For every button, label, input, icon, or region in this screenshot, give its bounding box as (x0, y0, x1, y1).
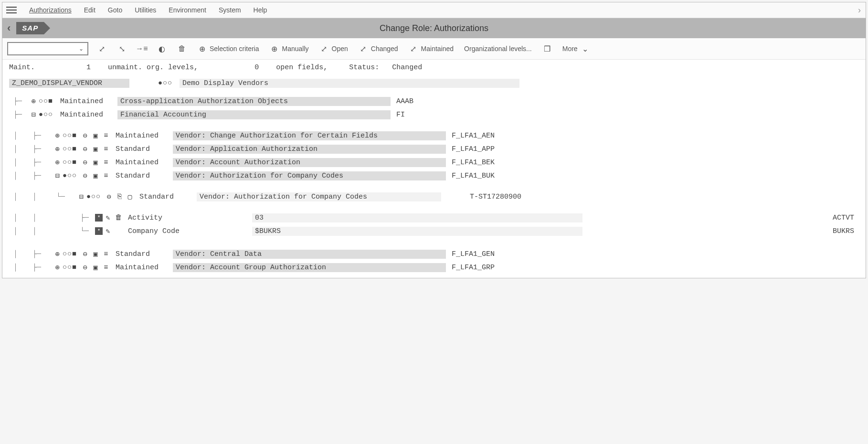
list-icon[interactable]: ≡ (101, 264, 111, 272)
object-status: Standard (116, 145, 173, 153)
deactivate-icon[interactable]: ⊖ (80, 145, 90, 154)
doc-icon[interactable]: ▣ (90, 158, 101, 167)
sap-logo: SAP (16, 22, 44, 34)
pencil-icon[interactable]: ✎ (103, 213, 113, 222)
object-tech-name: F_LFA1_GRP (452, 264, 495, 272)
auth-object-row[interactable]: │ ├─⊕○○■⊖▣≡ MaintainedVendor: Account Au… (9, 156, 859, 169)
traffic-light-icon: ○○■ (63, 145, 80, 153)
auth-object-row[interactable]: │ ├─⊕○○■⊖▣≡ MaintainedVendor: Account Gr… (9, 261, 859, 274)
list-icon[interactable]: ≡ (101, 132, 111, 140)
folder-icon[interactable]: ⊕ (52, 263, 63, 272)
doc-icon[interactable]: ▣ (90, 250, 101, 259)
selection-criteria-button[interactable]: ⊕ Selection criteria (195, 43, 261, 54)
chevron-right-icon[interactable]: › (858, 5, 861, 15)
legend-button[interactable]: ◐ (155, 43, 169, 54)
list-icon[interactable]: ≡ (101, 250, 111, 258)
delete-button[interactable]: 🗑 (175, 43, 189, 54)
where-used-icon[interactable]: ▢ (125, 192, 135, 201)
auth-description: Vendor: Authorization for Company Codes (197, 192, 441, 201)
expand-icon: ⤢ (97, 44, 106, 53)
folder-icon[interactable]: ⊕ (52, 250, 63, 259)
folder-icon[interactable]: ⊟ (28, 110, 39, 119)
org-levels-label: Organizational levels... (464, 45, 532, 53)
menu-item-authorizations[interactable]: Authorizations (25, 4, 75, 16)
folder-open-icon[interactable]: ⊟ (76, 192, 86, 201)
deactivate-icon[interactable]: ⊖ (80, 250, 90, 259)
menu-item-utilities[interactable]: Utilities (131, 4, 160, 16)
deactivate-icon[interactable]: ⊖ (80, 171, 90, 180)
deactivate-icon[interactable]: ⊖ (80, 131, 90, 140)
class-description: Financial Accounting (117, 110, 391, 119)
deactivate-icon[interactable]: ⊖ (80, 158, 90, 167)
menu-item-goto[interactable]: Goto (104, 4, 126, 16)
traffic-light-icon: ○○■ (39, 97, 56, 106)
doc-icon[interactable]: ▣ (90, 171, 101, 180)
traffic-light-icon: ○○■ (63, 264, 80, 272)
collapse-subtree-button[interactable]: ⤡ (115, 43, 128, 54)
class-row[interactable]: ├─⊟●○○ MaintainedFinancial AccountingFI (9, 108, 859, 121)
org-levels-button[interactable]: Organizational levels... (462, 44, 534, 53)
manually-button[interactable]: ⊕ Manually (268, 43, 311, 54)
role-root-row[interactable]: Z_DEMO_DISPLAY_VENDOR ●○○ Demo Display V… (9, 76, 859, 90)
open-fields-label: open fields, (276, 63, 328, 72)
doc-icon[interactable]: ▣ (90, 145, 101, 154)
folder-icon[interactable]: ⊕ (52, 131, 63, 140)
object-tech-name: F_LFA1_APP (452, 145, 495, 153)
status-label: Status: (349, 63, 379, 72)
menu-item-system[interactable]: System (215, 4, 245, 16)
auth-field-row[interactable]: │ │ └─*✎ Company Code$BUKRSBUKRS (9, 224, 859, 238)
folder-icon[interactable]: ⊕ (52, 158, 63, 167)
list-icon[interactable]: ≡ (101, 172, 111, 180)
selection-criteria-label: Selection criteria (210, 45, 259, 53)
auth-object-row[interactable]: │ ├─⊕○○■⊖▣≡ MaintainedVendor: Change Aut… (9, 129, 859, 142)
manually-label: Manually (282, 45, 309, 53)
open-button[interactable]: ⤢ Open (318, 43, 350, 54)
maint-label: Maint. (9, 63, 35, 72)
folder-icon[interactable]: ⊟ (52, 171, 63, 180)
menu-item-edit[interactable]: Edit (80, 4, 99, 16)
auth-object-row[interactable]: │ ├─⊕○○■⊖▣≡ StandardVendor: Application … (9, 142, 859, 156)
traffic-light-icon: ●○○ (39, 111, 56, 119)
object-description: Vendor: Application Authorization (173, 145, 446, 154)
pencil-icon[interactable]: ✎ (103, 227, 113, 236)
class-row[interactable]: ├─⊕○○■ MaintainedCross-application Autho… (9, 95, 859, 108)
maintained-label: Maintained (421, 45, 454, 53)
folder-icon[interactable]: ⊕ (28, 97, 39, 106)
command-field[interactable]: ⌄ (7, 42, 88, 55)
auth-status: Standard (139, 193, 197, 201)
open-count: 0 (254, 63, 259, 72)
maintained-icon: ⤢ (409, 44, 418, 53)
back-button[interactable]: ‹ (7, 22, 11, 34)
menu-item-environment[interactable]: Environment (165, 4, 210, 16)
folder-icon[interactable]: ⊕ (52, 145, 63, 154)
auth-object-row[interactable]: │ ├─⊟●○○⊖▣≡ StandardVendor: Authorizatio… (9, 169, 859, 182)
expand-subtree-button[interactable]: ⤢ (95, 43, 108, 54)
trash-icon[interactable]: 🗑 (113, 213, 124, 222)
role-id: Z_DEMO_DISPLAY_VENDOR (9, 79, 129, 88)
auth-instance-row[interactable]: │ │ └─ ⊟ ●○○ ⊖ ⎘ ▢ Standard Vendor: Auth… (9, 190, 859, 203)
doc-icon[interactable]: ▣ (90, 263, 101, 272)
cube-button[interactable]: ❒ (540, 43, 554, 54)
insert-auth-button[interactable]: →≡ (135, 43, 148, 54)
field-value[interactable]: $BUKRS (252, 227, 582, 236)
more-button[interactable]: More ⌄ (561, 43, 592, 54)
list-icon[interactable]: ≡ (101, 145, 111, 153)
deactivate-icon[interactable]: ⊖ (104, 192, 114, 201)
menu-bar: AuthorizationsEditGotoUtilitiesEnvironme… (2, 2, 866, 18)
maintained-button[interactable]: ⤢ Maintained (407, 43, 456, 54)
changed-button[interactable]: ⤢ Changed (357, 43, 400, 54)
traffic-light-icon: ○○■ (63, 250, 80, 258)
field-name: Company Code (128, 227, 252, 235)
copy-icon[interactable]: ⎘ (114, 193, 125, 201)
list-icon[interactable]: ≡ (101, 159, 111, 167)
traffic-light-icon: ○○■ (63, 159, 80, 167)
auth-field-row[interactable]: │ │ ├─*✎🗑 Activity03ACTVT (9, 211, 859, 224)
deactivate-icon[interactable]: ⊖ (80, 263, 90, 272)
chevron-down-icon: ⌄ (79, 45, 84, 52)
field-value[interactable]: 03 (252, 213, 582, 222)
menu-item-help[interactable]: Help (250, 4, 271, 16)
doc-icon[interactable]: ▣ (90, 131, 101, 140)
auth-object-row[interactable]: │ ├─⊕○○■⊖▣≡ StandardVendor: Central Data… (9, 247, 859, 261)
hamburger-menu-icon[interactable] (6, 5, 17, 15)
class-code: FI (396, 111, 405, 119)
